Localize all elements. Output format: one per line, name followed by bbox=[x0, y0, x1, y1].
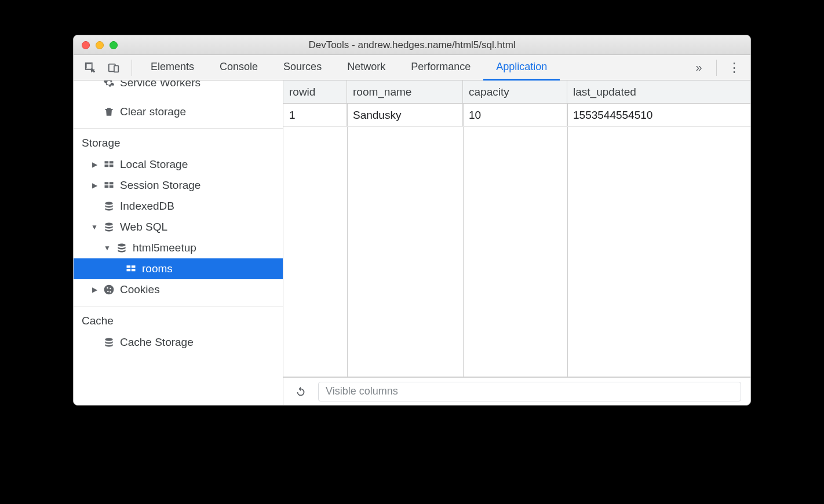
chevron-right-icon: ▶ bbox=[91, 181, 98, 189]
tab-sources[interactable]: Sources bbox=[271, 55, 334, 81]
chevron-down-icon: ▼ bbox=[91, 223, 98, 231]
database-icon bbox=[103, 221, 115, 233]
table-header-row: rowid room_name capacity last_updated bbox=[283, 81, 750, 104]
application-sidebar: Service Workers Clear storage Storage ▶ bbox=[74, 81, 283, 405]
window-controls bbox=[74, 41, 118, 49]
sidebar-item-label: html5meetup bbox=[133, 242, 196, 254]
storage-grid-icon bbox=[103, 179, 115, 192]
sidebar-item-table-rooms[interactable]: rooms bbox=[74, 258, 283, 279]
device-toolbar-icon[interactable] bbox=[106, 60, 121, 75]
sidebar-item-cache-storage[interactable]: Cache Storage bbox=[74, 332, 283, 353]
inspect-element-icon[interactable] bbox=[83, 60, 98, 75]
database-icon bbox=[103, 336, 115, 349]
visible-columns-placeholder: Visible columns bbox=[326, 385, 398, 397]
sidebar-item-clear-storage[interactable]: Clear storage bbox=[74, 101, 283, 122]
data-table: rowid room_name capacity last_updated 1 … bbox=[283, 81, 750, 377]
sidebar-item-label: Clear storage bbox=[120, 105, 186, 118]
chevron-right-icon: ▶ bbox=[91, 286, 98, 294]
column-divider bbox=[347, 104, 348, 377]
column-divider bbox=[463, 104, 464, 377]
sidebar-item-service-workers[interactable]: Service Workers bbox=[74, 81, 283, 93]
devtools-tabs: Elements Console Sources Network Perform… bbox=[138, 55, 687, 80]
minimize-window-button[interactable] bbox=[96, 41, 104, 49]
devtools-tabbar: Elements Console Sources Network Perform… bbox=[74, 55, 750, 81]
sidebar-group-cache: Cache bbox=[74, 306, 283, 332]
close-window-button[interactable] bbox=[82, 41, 90, 49]
chevron-right-icon: ▶ bbox=[91, 160, 98, 169]
cell-room-name: Sandusky bbox=[347, 104, 463, 126]
column-header[interactable]: capacity bbox=[463, 81, 567, 103]
devtools-body: Service Workers Clear storage Storage ▶ bbox=[74, 81, 750, 405]
column-header[interactable]: room_name bbox=[347, 81, 463, 103]
trash-icon bbox=[103, 105, 115, 118]
chevron-down-icon: ▼ bbox=[104, 244, 111, 252]
tab-application[interactable]: Application bbox=[483, 55, 560, 81]
cell-last-updated: 1553544554510 bbox=[567, 104, 750, 126]
cell-rowid: 1 bbox=[283, 104, 347, 126]
main-panel: rowid room_name capacity last_updated 1 … bbox=[283, 81, 750, 405]
refresh-icon[interactable] bbox=[293, 384, 309, 400]
visible-columns-input[interactable]: Visible columns bbox=[318, 382, 741, 401]
titlebar: DevTools - andrew.hedges.name/html5/sql.… bbox=[74, 35, 750, 55]
table-body: 1 Sandusky 10 1553544554510 bbox=[283, 104, 750, 377]
sidebar-item-label: Service Workers bbox=[120, 81, 200, 89]
sidebar-group-storage: Storage bbox=[74, 129, 283, 154]
sidebar-item-session-storage[interactable]: ▶ Session Storage bbox=[74, 175, 283, 196]
sidebar-item-label: Local Storage bbox=[120, 158, 188, 171]
sidebar-item-indexeddb[interactable]: IndexedDB bbox=[74, 196, 283, 217]
svg-rect-1 bbox=[114, 65, 118, 72]
database-icon bbox=[115, 242, 128, 254]
sidebar-item-database[interactable]: ▼ html5meetup bbox=[74, 238, 283, 258]
sidebar-item-label: IndexedDB bbox=[120, 200, 174, 213]
sidebar-item-local-storage[interactable]: ▶ Local Storage bbox=[74, 154, 283, 175]
storage-grid-icon bbox=[103, 158, 115, 171]
sidebar-item-label: Cache Storage bbox=[120, 336, 194, 349]
database-icon bbox=[103, 200, 115, 213]
tab-performance[interactable]: Performance bbox=[398, 55, 483, 81]
maximize-window-button[interactable] bbox=[110, 41, 118, 49]
sidebar-item-label: Session Storage bbox=[120, 179, 200, 192]
sidebar-item-label: Web SQL bbox=[120, 221, 167, 233]
cell-capacity: 10 bbox=[463, 104, 567, 126]
cookie-icon bbox=[103, 283, 115, 296]
more-tabs-icon[interactable]: » bbox=[687, 61, 710, 74]
table-footer: Visible columns bbox=[283, 377, 750, 405]
tab-console[interactable]: Console bbox=[207, 55, 271, 81]
table-icon bbox=[125, 262, 137, 275]
devtools-window: DevTools - andrew.hedges.name/html5/sql.… bbox=[73, 35, 751, 406]
sidebar-item-web-sql[interactable]: ▼ Web SQL bbox=[74, 217, 283, 238]
window-title: DevTools - andrew.hedges.name/html5/sql.… bbox=[74, 39, 750, 51]
devtools-menu-icon[interactable]: ⋮ bbox=[723, 60, 746, 75]
sidebar-item-cookies[interactable]: ▶ Cookies bbox=[74, 279, 283, 300]
tabbar-divider-right bbox=[716, 60, 717, 76]
sidebar-item-label: rooms bbox=[142, 262, 173, 275]
column-header[interactable]: rowid bbox=[283, 81, 347, 103]
table-row[interactable]: 1 Sandusky 10 1553544554510 bbox=[283, 104, 750, 127]
column-header[interactable]: last_updated bbox=[567, 81, 750, 103]
gear-icon bbox=[103, 81, 115, 89]
tabbar-divider bbox=[132, 60, 132, 76]
tab-network[interactable]: Network bbox=[334, 55, 398, 81]
sidebar-item-label: Cookies bbox=[120, 283, 160, 296]
tab-elements[interactable]: Elements bbox=[138, 55, 207, 81]
column-divider bbox=[567, 104, 568, 377]
